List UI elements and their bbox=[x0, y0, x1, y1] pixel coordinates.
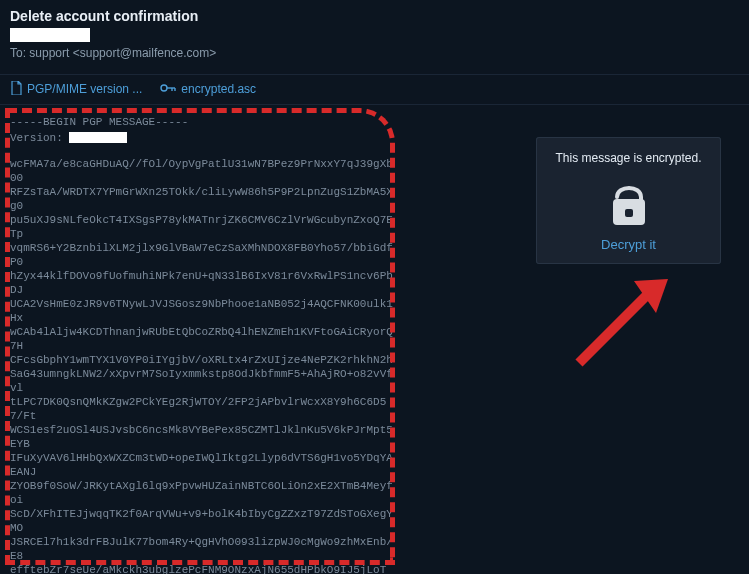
message-to: To: support <support@mailfence.com> bbox=[10, 46, 739, 60]
svg-line-6 bbox=[579, 293, 649, 363]
arrow-annotation bbox=[564, 273, 674, 373]
attachments-bar: PGP/MIME version ... encrypted.asc bbox=[0, 75, 749, 105]
attachment-pgp-mime[interactable]: PGP/MIME version ... bbox=[10, 81, 142, 98]
attachment-encrypted-label: encrypted.asc bbox=[181, 82, 256, 96]
to-address: support <support@mailfence.com> bbox=[29, 46, 216, 60]
attachment-pgp-label: PGP/MIME version ... bbox=[27, 82, 142, 96]
encrypted-title: This message is encrypted. bbox=[546, 151, 711, 165]
message-subject: Delete account confirmation bbox=[10, 8, 739, 24]
message-header: Delete account confirmation To: support … bbox=[0, 0, 749, 60]
svg-marker-7 bbox=[634, 279, 668, 313]
doc-icon bbox=[10, 81, 22, 98]
pgp-begin-line: -----BEGIN PGP MESSAGE----- bbox=[10, 115, 395, 129]
lock-icon bbox=[607, 175, 651, 227]
to-label: To: bbox=[10, 46, 29, 60]
svg-rect-5 bbox=[625, 209, 633, 217]
key-icon bbox=[160, 82, 176, 97]
pgp-message-block: -----BEGIN PGP MESSAGE----- Version: wcF… bbox=[10, 115, 395, 574]
encrypted-notice: This message is encrypted. Decrypt it bbox=[536, 137, 721, 264]
svg-point-0 bbox=[161, 85, 167, 91]
message-body: -----BEGIN PGP MESSAGE----- Version: wcF… bbox=[0, 105, 749, 574]
pgp-version-line: Version: bbox=[10, 131, 395, 145]
pgp-version-label: Version: bbox=[10, 132, 69, 144]
from-redacted bbox=[10, 26, 739, 42]
pgp-version-redacted bbox=[69, 132, 127, 143]
attachment-encrypted-asc[interactable]: encrypted.asc bbox=[160, 82, 256, 97]
pgp-ascii-armor: wcFMA7a/e8caGHDuAQ//fOl/OypVgPatlU31wN7B… bbox=[10, 157, 395, 574]
decrypt-button[interactable]: Decrypt it bbox=[546, 237, 711, 252]
